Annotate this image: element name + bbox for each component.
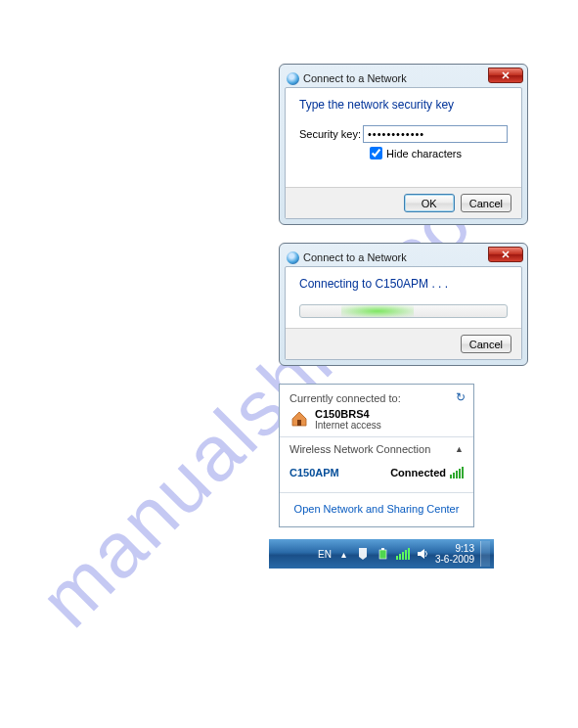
- language-indicator[interactable]: EN: [318, 549, 332, 560]
- svg-rect-1: [379, 550, 386, 559]
- network-list-item[interactable]: C150APM Connected: [280, 461, 473, 492]
- progress-bar: [299, 304, 508, 318]
- ok-button[interactable]: OK: [404, 194, 455, 212]
- taskbar: EN ▴ 9:13 3-6-2009: [269, 539, 494, 569]
- clock-time: 9:13: [435, 543, 474, 554]
- dialog-title: Connect to a Network: [303, 251, 407, 263]
- security-key-input[interactable]: [363, 125, 508, 143]
- network-status-text: Connected: [390, 467, 446, 478]
- hide-characters-checkbox[interactable]: [370, 147, 382, 159]
- wireless-section-header[interactable]: Wireless Network Connection ▲: [280, 437, 473, 461]
- connecting-dialog: Connect to a Network Connecting to C150A…: [279, 243, 528, 366]
- titlebar: Connect to a Network: [285, 69, 522, 87]
- open-network-center-link[interactable]: Open Network and Sharing Center: [294, 503, 460, 515]
- network-globe-icon: [287, 72, 299, 85]
- signal-strength-icon: [450, 467, 464, 478]
- network-ssid: C150APM: [289, 467, 339, 478]
- security-key-dialog: Connect to a Network Type the network se…: [279, 64, 528, 225]
- dialog-title: Connect to a Network: [303, 72, 407, 84]
- show-desktop-button[interactable]: [480, 541, 490, 567]
- volume-icon[interactable]: [416, 547, 429, 561]
- chevron-up-icon: ▲: [455, 444, 464, 454]
- home-network-icon: [289, 408, 309, 428]
- tray-chevron-icon[interactable]: ▴: [337, 547, 351, 561]
- network-globe-icon: [287, 251, 299, 264]
- network-tray-icon[interactable]: [396, 547, 410, 561]
- dialog-heading: Type the network security key: [299, 98, 508, 112]
- svg-rect-2: [381, 548, 384, 550]
- progress-indicator: [341, 305, 414, 317]
- cancel-button[interactable]: Cancel: [461, 194, 511, 212]
- titlebar: Connect to a Network: [285, 249, 522, 266]
- wireless-section-label: Wireless Network Connection: [289, 443, 430, 455]
- close-icon: [501, 250, 511, 259]
- current-network-status: Internet access: [315, 420, 381, 431]
- close-icon: [501, 70, 511, 80]
- power-icon[interactable]: [377, 547, 390, 561]
- cancel-button[interactable]: Cancel: [461, 335, 511, 353]
- network-flyout: ↻ Currently connected to: C150BRS4 Inter…: [279, 384, 474, 527]
- close-button[interactable]: [488, 247, 523, 262]
- currently-connected-label: Currently connected to:: [289, 392, 464, 404]
- clock[interactable]: 9:13 3-6-2009: [435, 543, 474, 565]
- refresh-icon[interactable]: ↻: [456, 390, 466, 404]
- hide-characters-label: Hide characters: [386, 148, 462, 159]
- clock-date: 3-6-2009: [435, 554, 474, 565]
- close-button[interactable]: [488, 68, 523, 83]
- current-network-name: C150BRS4: [315, 408, 381, 420]
- action-center-icon[interactable]: [357, 547, 371, 561]
- svg-rect-0: [297, 420, 301, 426]
- dialog-heading: Connecting to C150APM . . .: [299, 277, 508, 291]
- security-key-label: Security key:: [299, 128, 363, 140]
